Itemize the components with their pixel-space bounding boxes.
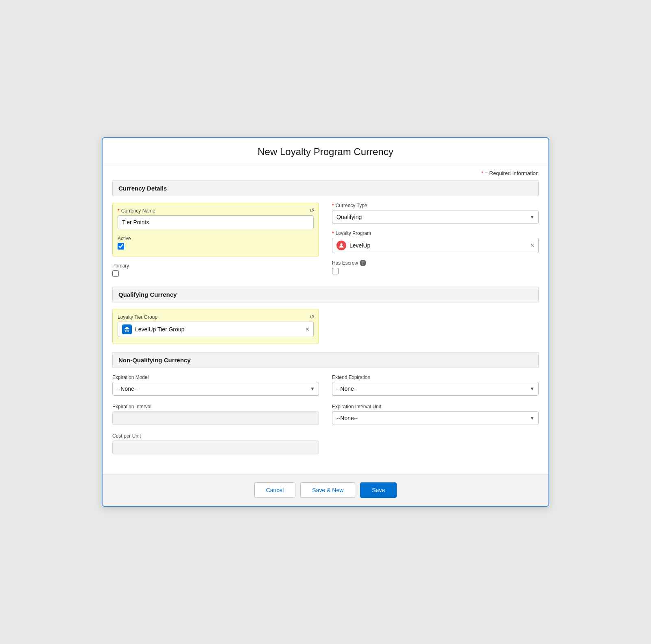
expiration-interval-unit-select[interactable]: --None-- — [332, 411, 539, 425]
active-field-group: Active — [118, 236, 314, 250]
expiration-interval-unit-select-wrapper: --None-- ▼ — [332, 411, 539, 425]
currency-name-reset-icon[interactable]: ↺ — [310, 207, 315, 214]
loyalty-tier-group-value: LevelUp Tier Group — [135, 326, 302, 333]
cost-per-unit-field-group: Cost per Unit — [112, 433, 319, 454]
loyalty-tier-group-reset-icon[interactable]: ↺ — [310, 313, 315, 320]
has-escrow-checkbox[interactable] — [332, 268, 339, 274]
loyalty-program-value: LevelUp — [350, 242, 527, 249]
extend-expiration-select-wrapper: --None-- ▼ — [332, 382, 539, 396]
loyalty-program-required-star: * — [332, 230, 334, 236]
loyalty-program-icon — [336, 241, 346, 250]
active-label: Active — [118, 236, 314, 241]
active-checkbox-field — [118, 243, 314, 250]
currency-details-left-col: ↺ * Currency Name Active — [112, 203, 319, 278]
qualifying-currency-section: Qualifying Currency ↺ Loyalty Tier Group — [112, 287, 539, 344]
loyalty-program-clear-icon[interactable]: × — [531, 242, 534, 249]
expiration-interval-field-group: Expiration Interval — [112, 404, 319, 425]
required-info-note: * = Required Information — [103, 166, 548, 180]
expiration-model-label: Expiration Model — [112, 375, 319, 380]
qualifying-currency-left-col: ↺ Loyalty Tier Group — [112, 309, 319, 344]
has-escrow-info-icon[interactable]: i — [360, 260, 366, 266]
svg-point-0 — [340, 243, 342, 245]
currency-type-select[interactable]: Qualifying Non-Qualifying — [332, 210, 539, 224]
loyalty-tier-group-lookup: LevelUp Tier Group × — [118, 322, 314, 337]
has-escrow-field-group: Has Escrow i — [332, 260, 539, 274]
loyalty-program-label: * Loyalty Program — [332, 230, 539, 236]
primary-label: Primary — [112, 263, 319, 269]
currency-details-section: Currency Details ↺ * Currency Name — [112, 180, 539, 278]
extend-expiration-label: Extend Expiration — [332, 375, 539, 380]
expiration-model-select[interactable]: --None-- — [112, 382, 319, 396]
cancel-button[interactable]: Cancel — [254, 482, 296, 498]
extend-expiration-field-group: Extend Expiration --None-- ▼ — [332, 375, 539, 396]
expiration-interval-col: Expiration Interval — [112, 404, 319, 427]
expiration-model-select-wrapper: --None-- ▼ — [112, 382, 319, 396]
cost-per-unit-label: Cost per Unit — [112, 433, 319, 439]
has-escrow-label: Has Escrow i — [332, 260, 539, 266]
expiration-interval-unit-field-group: Expiration Interval Unit --None-- ▼ — [332, 404, 539, 425]
expiration-interval-label: Expiration Interval — [112, 404, 319, 410]
currency-details-right-col: * Currency Type Qualifying Non-Qualifyin… — [332, 203, 539, 278]
loyalty-program-lookup: LevelUp × — [332, 238, 539, 253]
expiration-model-col: Expiration Model --None-- ▼ — [112, 375, 319, 397]
layers-icon — [124, 326, 130, 332]
currency-name-input[interactable] — [118, 215, 314, 229]
loyalty-tier-group-field-group: Loyalty Tier Group — [118, 314, 314, 337]
modal-header: New Loyalty Program Currency — [103, 138, 548, 166]
person-icon — [339, 243, 344, 248]
non-qualifying-row1: Expiration Model --None-- ▼ — [112, 375, 539, 397]
save-new-button[interactable]: Save & New — [300, 482, 355, 498]
loyalty-program-field-group: * Loyalty Program LevelUp × — [332, 230, 539, 253]
currency-details-header: Currency Details — [112, 180, 539, 196]
currency-name-field-group: * Currency Name — [118, 208, 314, 229]
has-escrow-checkbox-field — [332, 268, 539, 274]
expiration-model-field-group: Expiration Model --None-- ▼ — [112, 375, 319, 396]
currency-type-field-group: * Currency Type Qualifying Non-Qualifyin… — [332, 203, 539, 224]
cost-per-unit-col: Cost per Unit — [112, 433, 319, 456]
currency-details-row1: ↺ * Currency Name Active — [112, 203, 539, 278]
save-button[interactable]: Save — [360, 482, 397, 498]
expiration-interval-unit-label: Expiration Interval Unit — [332, 404, 539, 410]
required-star: * — [481, 170, 483, 176]
non-qualifying-currency-header: Non-Qualifying Currency — [112, 352, 539, 368]
loyalty-tier-group-icon — [122, 324, 132, 334]
currency-name-label: * Currency Name — [118, 208, 314, 214]
qualifying-currency-row1: ↺ Loyalty Tier Group — [112, 309, 539, 344]
primary-field-group: Primary — [112, 263, 319, 277]
modal-footer: Cancel Save & New Save — [103, 474, 548, 506]
loyalty-tier-group-highlight: ↺ Loyalty Tier Group — [112, 309, 319, 344]
modal-container: New Loyalty Program Currency * = Require… — [102, 137, 549, 507]
non-qualifying-row3: Cost per Unit — [112, 433, 539, 456]
extend-expiration-select[interactable]: --None-- — [332, 382, 539, 396]
non-qualifying-currency-section: Non-Qualifying Currency Expiration Model… — [112, 352, 539, 456]
currency-name-highlight: ↺ * Currency Name Active — [112, 203, 319, 256]
active-checkbox[interactable] — [118, 243, 124, 250]
loyalty-tier-group-label: Loyalty Tier Group — [118, 314, 314, 320]
loyalty-tier-group-clear-icon[interactable]: × — [306, 326, 309, 333]
cost-per-unit-input[interactable] — [112, 440, 319, 454]
required-info-label: = Required Information — [485, 170, 539, 176]
cost-per-unit-empty-col — [332, 433, 539, 456]
extend-expiration-col: Extend Expiration --None-- ▼ — [332, 375, 539, 397]
currency-name-required-star: * — [118, 208, 120, 214]
currency-type-select-wrapper: Qualifying Non-Qualifying ▼ — [332, 210, 539, 224]
qualifying-currency-right-col — [332, 309, 539, 344]
modal-body: Currency Details ↺ * Currency Name — [103, 180, 548, 474]
expiration-interval-unit-col: Expiration Interval Unit --None-- ▼ — [332, 404, 539, 427]
currency-type-label: * Currency Type — [332, 203, 539, 208]
non-qualifying-row2: Expiration Interval Expiration Interval … — [112, 404, 539, 427]
primary-checkbox[interactable] — [112, 270, 119, 277]
expiration-interval-input[interactable] — [112, 411, 319, 425]
qualifying-currency-header: Qualifying Currency — [112, 287, 539, 302]
page-title: New Loyalty Program Currency — [111, 146, 540, 158]
currency-type-required-star: * — [332, 203, 334, 208]
primary-checkbox-field — [112, 270, 319, 277]
